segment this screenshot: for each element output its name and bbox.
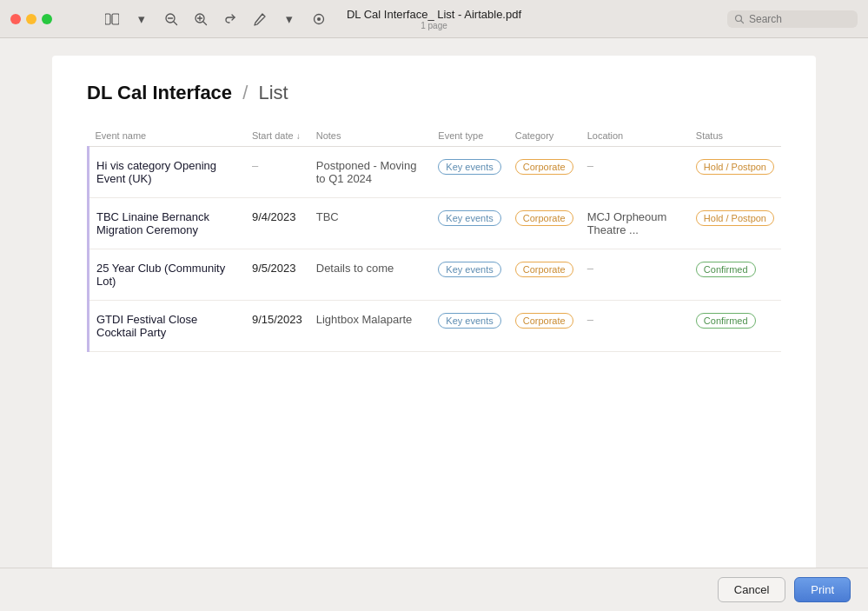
cell-location: – <box>580 147 689 198</box>
titlebar-right <box>727 10 858 28</box>
cell-event-type: Key events <box>431 301 507 352</box>
cell-status: Confirmed <box>689 301 781 352</box>
cell-notes: Postponed - Moving to Q1 2024 <box>309 147 432 198</box>
fullscreen-button[interactable] <box>42 14 52 24</box>
filename-label: DL Cal Interface_ List - Airtable.pdf <box>347 8 521 21</box>
scan-icon[interactable] <box>311 11 327 27</box>
col-event-name: Event name <box>89 125 245 147</box>
cell-event-name: TBC Linaine Bernanck Migration Ceremony <box>89 198 245 249</box>
cell-location: MCJ Orpheoum Theatre ... <box>580 198 689 249</box>
more-tools-icon[interactable]: ▾ <box>282 11 297 27</box>
pages-label: 1 page <box>421 21 447 30</box>
svg-rect-1 <box>112 14 119 24</box>
table-header-row: Event name Start date ↓ Notes Event type… <box>89 125 782 147</box>
share-icon[interactable] <box>222 11 238 27</box>
title-separator: / <box>242 82 248 103</box>
col-start-date: Start date ↓ <box>245 125 309 147</box>
zoom-out-icon[interactable] <box>163 11 179 27</box>
cell-notes: TBC <box>309 198 432 249</box>
col-notes: Notes <box>309 125 432 147</box>
cell-start-date: 9/4/2023 <box>245 198 309 249</box>
zoom-in-icon[interactable] <box>193 11 209 27</box>
table-row: 25 Year Club (Community Lot) 9/5/2023 De… <box>89 249 782 301</box>
svg-line-6 <box>203 22 207 25</box>
table-row: Hi vis category Opening Event (UK) – Pos… <box>89 147 782 198</box>
bottom-bar: Cancel Print <box>0 568 868 611</box>
minimize-button[interactable] <box>26 14 36 24</box>
svg-point-10 <box>317 17 321 21</box>
col-event-type: Event type <box>431 125 507 147</box>
title-sub: List <box>258 82 288 103</box>
cell-start-date: 9/5/2023 <box>245 249 309 301</box>
cancel-button[interactable]: Cancel <box>718 577 785 602</box>
col-location: Location <box>580 125 689 147</box>
toolbar-tools: ▾ ▾ <box>104 11 327 27</box>
document-content: DL Cal Interface / List Event name Start… <box>52 56 816 568</box>
col-category: Category <box>508 125 580 147</box>
cell-notes: Lightbox Malaparte <box>309 301 432 352</box>
events-table: Event name Start date ↓ Notes Event type… <box>87 125 781 352</box>
cell-location: – <box>580 249 689 301</box>
cell-event-name: 25 Year Club (Community Lot) <box>89 249 245 301</box>
cell-notes: Details to come <box>309 249 432 301</box>
cell-start-date: – <box>245 147 309 198</box>
sidebar-toggle-icon[interactable] <box>104 11 120 27</box>
titlebar-center: DL Cal Interface_ List - Airtable.pdf 1 … <box>347 8 521 30</box>
page-title: DL Cal Interface / List <box>87 82 781 104</box>
svg-line-3 <box>174 22 177 25</box>
cell-status: Hold / Postpon <box>689 198 781 249</box>
cell-event-name: Hi vis category Opening Event (UK) <box>89 147 245 198</box>
cell-start-date: 9/15/2023 <box>245 301 309 352</box>
traffic-lights <box>10 14 52 24</box>
table-row: GTDI Festival Close Cocktail Party 9/15/… <box>89 301 782 352</box>
cell-category: Corporate <box>508 301 580 352</box>
cell-event-name: GTDI Festival Close Cocktail Party <box>89 301 245 352</box>
cell-status: Confirmed <box>689 249 781 301</box>
title-main: DL Cal Interface <box>87 82 232 103</box>
titlebar: ▾ ▾ <box>0 0 868 38</box>
cell-category: Corporate <box>508 198 580 249</box>
svg-rect-0 <box>105 14 110 24</box>
chevron-down-icon[interactable]: ▾ <box>134 11 149 27</box>
cell-event-type: Key events <box>431 249 507 301</box>
cell-event-type: Key events <box>431 147 507 198</box>
search-input[interactable] <box>749 13 845 25</box>
svg-line-12 <box>741 20 744 23</box>
table-row: TBC Linaine Bernanck Migration Ceremony … <box>89 198 782 249</box>
cell-category: Corporate <box>508 249 580 301</box>
cell-category: Corporate <box>508 147 580 198</box>
search-box[interactable] <box>727 10 858 28</box>
cell-location: – <box>580 301 689 352</box>
cell-event-type: Key events <box>431 198 507 249</box>
close-button[interactable] <box>10 14 21 24</box>
cell-status: Hold / Postpon <box>689 147 781 198</box>
col-status: Status <box>689 125 781 147</box>
annotate-icon[interactable] <box>252 11 268 27</box>
print-button[interactable]: Print <box>794 577 851 602</box>
search-icon <box>734 14 745 24</box>
sort-icon: ↓ <box>296 131 301 141</box>
